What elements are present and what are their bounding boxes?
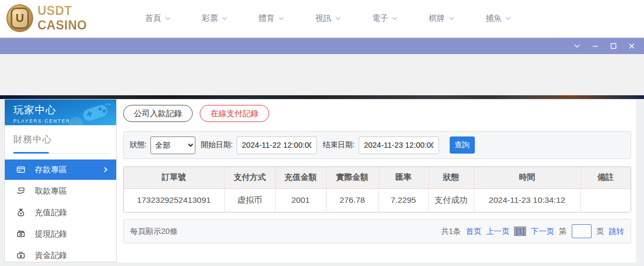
nav-item-slots[interactable]: 電子 (372, 13, 398, 24)
app-logo[interactable]: U USDT CASINO (6, 4, 122, 33)
section-underline (13, 152, 108, 154)
records-table: 訂單號 支付方式 充值金額 實際金額 匯率 狀態 時間 備註 173232925 (123, 166, 631, 212)
tab-company-deposit-records[interactable]: 公司入款記錄 (123, 105, 193, 122)
end-date-label: 结束日期: (323, 140, 355, 150)
nav-label: 彩票 (202, 13, 218, 24)
table-row: 1732329252413091 虚拟币 2001 276.78 7.2295 … (124, 188, 631, 212)
col-status: 狀態 (428, 167, 474, 188)
nav-label: 體育 (259, 13, 275, 24)
cell-order-id: 1732329252413091 (124, 188, 224, 212)
col-remark: 備註 (580, 167, 631, 188)
nav-label: 電子 (372, 13, 388, 24)
jump-prefix-text: 第 (559, 226, 567, 237)
minimize-icon[interactable] (586, 38, 604, 54)
chevron-down-icon (448, 15, 455, 22)
sidebar-item-label: 取款專區 (35, 186, 67, 196)
prev-page-link[interactable]: 上一页 (486, 226, 510, 237)
chevron-down-icon (505, 15, 512, 22)
content-area: 玩家中心 PLAYERS CENTER 財務中心 (0, 99, 644, 266)
banner-spacer (0, 54, 644, 95)
cell-remark (580, 188, 631, 212)
gamepad-icon (78, 102, 113, 124)
end-date-input[interactable] (359, 136, 439, 154)
top-header: U USDT CASINO 首頁 彩票 體育 視訊 電子 (0, 0, 644, 36)
close-icon[interactable] (623, 38, 641, 54)
pagination-controls: 共1条 首页 上一页 [1] 下一页 第 页 跳转 (441, 224, 624, 238)
nav-item-live[interactable]: 視訊 (315, 13, 342, 24)
jump-action-link[interactable]: 跳转 (609, 226, 624, 237)
chevron-down-icon (278, 15, 285, 22)
players-center-sidebar: 玩家中心 PLAYERS CENTER 財務中心 (4, 99, 117, 262)
nav-item-home[interactable]: 首頁 (145, 13, 171, 24)
col-exchange-rate: 匯率 (378, 167, 428, 188)
records-panel: 公司入款記錄 在線支付記錄 狀態: 全部 開始日期: 结束日期: 查詢 (117, 99, 637, 262)
cell-status: 支付成功 (428, 188, 474, 212)
chevron-down-icon (391, 15, 398, 22)
recharge-bag-icon (16, 208, 26, 217)
status-label: 狀態: (130, 140, 147, 150)
deposit-card-icon (16, 165, 26, 174)
cell-recharge-amount: 2001 (275, 188, 326, 212)
tab-online-payment-records[interactable]: 在線支付記錄 (200, 105, 269, 122)
sidebar-item-label: 資金記錄 (35, 250, 67, 261)
nav-item-lottery[interactable]: 彩票 (202, 13, 228, 24)
sidebar-section: 財務中心 (5, 125, 116, 154)
logo-text: USDT CASINO (37, 4, 122, 33)
sidebar-item-label: 充值記錄 (35, 208, 67, 218)
record-tabs: 公司入款記錄 在線支付記錄 (123, 105, 631, 122)
chevron-down-icon (164, 15, 171, 22)
total-count-text: 共1条 (441, 226, 461, 237)
next-page-link[interactable]: 下一页 (531, 226, 555, 237)
sidebar-item-withdraw[interactable]: 取款專區 (5, 181, 116, 201)
chevron-down-icon (221, 15, 228, 22)
cell-exchange-rate: 7.2295 (378, 188, 428, 212)
logo-letter: U (11, 7, 29, 29)
col-recharge-amount: 充值金額 (275, 167, 326, 188)
col-time: 時間 (474, 167, 580, 188)
main-nav: 首頁 彩票 體育 視訊 電子 棋牌 (145, 13, 512, 24)
sidebar-item-withdrawal-records[interactable]: 提現記錄 (5, 224, 116, 244)
cell-time: 2024-11-23 10:34:12 (474, 188, 580, 212)
nav-item-cards[interactable]: 棋牌 (429, 13, 455, 24)
start-date-input[interactable] (237, 136, 317, 154)
table-header-row: 訂單號 支付方式 充值金額 實際金額 匯率 狀態 時間 備註 (124, 167, 631, 188)
sidebar-item-recharge-records[interactable]: 充值記錄 (5, 202, 116, 223)
funds-bag-icon (16, 250, 26, 260)
page-size-text: 每頁顯示20條 (130, 226, 178, 237)
nav-label: 視訊 (315, 13, 331, 24)
nav-label: 棋牌 (429, 13, 445, 24)
col-payment-method: 支付方式 (224, 167, 275, 188)
filter-bar: 狀態: 全部 開始日期: 结束日期: 查詢 (123, 131, 631, 159)
chevron-right-icon (102, 166, 109, 173)
cell-actual-amount: 276.78 (326, 188, 378, 212)
chevron-down-icon (335, 15, 342, 22)
start-date-label: 開始日期: (201, 140, 233, 150)
pagination-bar: 每頁顯示20條 共1条 首页 上一页 [1] 下一页 第 页 跳转 (123, 219, 631, 244)
sidebar-item-label: 提現記錄 (35, 229, 67, 239)
sidebar-item-funds-records[interactable]: 資金記錄 (5, 245, 116, 265)
banner-bar (0, 38, 644, 54)
nav-label: 捕魚 (486, 13, 502, 24)
nav-label: 首頁 (145, 13, 161, 24)
background-image-strip (0, 95, 644, 99)
finance-center-title: 財務中心 (13, 133, 108, 146)
jump-page-input[interactable] (572, 224, 592, 238)
nav-item-fishing[interactable]: 捕魚 (486, 13, 512, 24)
current-page-indicator[interactable]: [1] (514, 226, 526, 236)
search-button[interactable]: 查詢 (450, 136, 475, 154)
withdraw-hand-icon (16, 186, 26, 196)
sidebar-item-deposit[interactable]: 存款專區 (5, 159, 116, 180)
cell-payment-method: 虚拟币 (224, 188, 275, 212)
maximize-icon[interactable] (604, 38, 623, 54)
nav-item-sports[interactable]: 體育 (259, 13, 285, 24)
first-page-link[interactable]: 首页 (466, 226, 481, 237)
cash-notes-icon (16, 229, 26, 239)
app-window: U USDT CASINO 首頁 彩票 體育 視訊 電子 (0, 0, 644, 266)
sidebar-item-label: 存款專區 (35, 165, 67, 175)
status-select[interactable]: 全部 (150, 136, 195, 154)
col-actual-amount: 實際金額 (326, 167, 378, 188)
col-order-id: 訂單號 (124, 167, 224, 188)
sidebar-menu: 存款專區 取款專區 充值記錄 (5, 159, 116, 265)
sidebar-header: 玩家中心 PLAYERS CENTER (5, 100, 116, 125)
collapse-chevron-icon[interactable] (568, 38, 586, 54)
